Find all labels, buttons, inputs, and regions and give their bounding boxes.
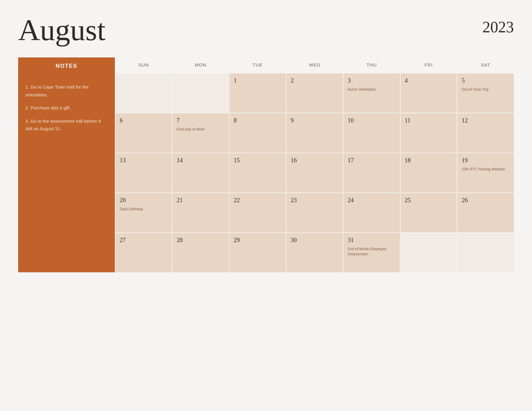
week-row-2: 67First Day of Work89101112 [115, 113, 514, 153]
day-cell: 10 [343, 113, 400, 153]
week-row-5: 2728293031End of Month Employee Assessme… [115, 232, 514, 272]
day-cell: 3Nurse Orientation [343, 73, 400, 113]
day-cell: 6 [115, 113, 172, 153]
day-cell: 14 [172, 153, 229, 193]
calendar-container: NOTES 1. Go to Cape Town Hall for the or… [18, 57, 514, 272]
day-number: 26 [462, 197, 510, 204]
day-number: 1 [234, 77, 282, 84]
day-cell: 29 [229, 233, 286, 272]
day-cell: 21 [172, 193, 229, 232]
day-number: 30 [291, 237, 339, 244]
day-number: 18 [405, 157, 453, 164]
day-number: 17 [348, 157, 396, 164]
event-text: Out-of-Town Trip [462, 87, 510, 92]
notes-body: 1. Go to Cape Town Hall for the orientat… [18, 75, 115, 272]
day-cell: 20Dad's Birthday [115, 193, 172, 232]
note-item-2: 2. Purchase dad a gift. [25, 104, 108, 112]
week-row-3: 1314151617181910th RTC Nursing Webinar [115, 153, 514, 193]
day-cell: 4 [400, 73, 457, 113]
day-cell: 5Out-of-Town Trip [457, 73, 514, 113]
day-headers: SUNMONTUEWEDTHUFRISAT [115, 57, 514, 73]
event-text: Nurse Orientation [348, 87, 396, 92]
day-number: 7 [177, 117, 225, 124]
day-cell: 11 [400, 113, 457, 153]
day-number: 10 [348, 117, 396, 124]
day-number: 5 [462, 77, 510, 84]
day-cell: 22 [229, 193, 286, 232]
day-header-fri: FRI [400, 57, 457, 72]
event-text: First Day of Work [177, 127, 225, 132]
day-number: 4 [405, 77, 453, 84]
day-number: 29 [234, 237, 282, 244]
day-number: 6 [120, 117, 168, 124]
day-number: 16 [291, 157, 339, 164]
day-cell [172, 73, 229, 113]
day-number: 13 [120, 157, 168, 164]
day-number: 11 [405, 117, 453, 124]
day-number: 24 [348, 197, 396, 204]
day-number: 15 [234, 157, 282, 164]
day-cell: 15 [229, 153, 286, 193]
day-number: 28 [177, 237, 225, 244]
day-number: 8 [234, 117, 282, 124]
day-cell: 8 [229, 113, 286, 153]
weeks: 123Nurse Orientation45Out-of-Town Trip67… [115, 73, 514, 272]
day-number: 20 [120, 197, 168, 204]
day-cell: 25 [400, 193, 457, 232]
day-number: 25 [405, 197, 453, 204]
day-cell: 16 [286, 153, 343, 193]
day-cell: 17 [343, 153, 400, 193]
day-number: 12 [462, 117, 510, 124]
day-cell [115, 73, 172, 113]
day-cell: 18 [400, 153, 457, 193]
day-cell: 28 [172, 233, 229, 272]
day-cell: 27 [115, 233, 172, 272]
day-header-sat: SAT [457, 57, 514, 72]
notes-section: NOTES 1. Go to Cape Town Hall for the or… [18, 57, 115, 272]
day-number: 19 [462, 157, 510, 164]
event-text: Dad's Birthday [120, 207, 168, 212]
day-cell: 1 [229, 73, 286, 113]
year-title: 2023 [482, 15, 514, 36]
day-cell: 24 [343, 193, 400, 232]
day-cell: 7First Day of Work [172, 113, 229, 153]
day-number: 27 [120, 237, 168, 244]
day-number: 14 [177, 157, 225, 164]
page-header: August 2023 [18, 15, 514, 45]
day-cell: 2 [286, 73, 343, 113]
day-number: 23 [291, 197, 339, 204]
day-header-tue: TUE [229, 57, 286, 72]
day-cell: 12 [457, 113, 514, 153]
day-number: 3 [348, 77, 396, 84]
day-cell: 30 [286, 233, 343, 272]
day-cell: 31End of Month Employee Assessment [343, 233, 400, 272]
day-cell: 26 [457, 193, 514, 232]
day-number: 22 [234, 197, 282, 204]
day-number: 2 [291, 77, 339, 84]
week-row-4: 20Dad's Birthday212223242526 [115, 193, 514, 232]
day-number: 21 [177, 197, 225, 204]
event-text: End of Month Employee Assessment [348, 247, 396, 257]
day-cell: 13 [115, 153, 172, 193]
day-header-mon: MON [172, 57, 229, 72]
notes-header: NOTES [18, 57, 115, 75]
day-cell [457, 233, 514, 272]
note-item-1: 1. Go to Cape Town Hall for the orientat… [25, 83, 108, 99]
day-cell: 23 [286, 193, 343, 232]
day-number: 9 [291, 117, 339, 124]
day-header-thu: THU [343, 57, 400, 72]
day-cell [400, 233, 457, 272]
event-text: 10th RTC Nursing Webinar [462, 167, 510, 172]
day-header-wed: WED [286, 57, 343, 72]
day-cell: 1910th RTC Nursing Webinar [457, 153, 514, 193]
day-number: 31 [348, 237, 396, 244]
calendar-grid: SUNMONTUEWEDTHUFRISAT 123Nurse Orientati… [115, 57, 514, 272]
week-row-1: 123Nurse Orientation45Out-of-Town Trip [115, 73, 514, 113]
day-cell: 9 [286, 113, 343, 153]
month-title: August [18, 15, 105, 45]
note-item-3: 3. Go to the assessment hall before 9 AM… [25, 117, 108, 133]
day-header-sun: SUN [115, 57, 172, 72]
